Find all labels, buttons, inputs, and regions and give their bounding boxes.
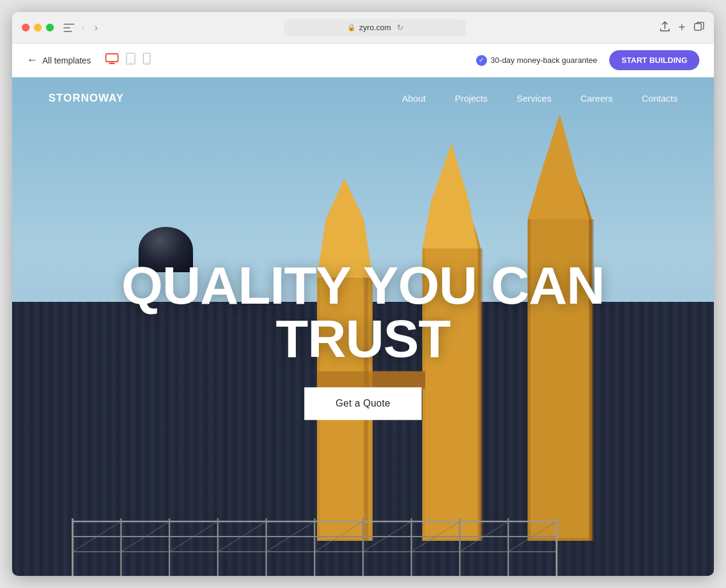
site-navigation: STORNOWAY About Projects Services Career… — [12, 77, 714, 119]
check-circle-icon: ✓ — [476, 55, 487, 66]
lock-icon: 🔒 — [347, 24, 356, 31]
nav-services[interactable]: Services — [517, 93, 552, 103]
builder-toolbar: ← All templates — [12, 44, 714, 77]
browser-window: ‹ › 🔒 zyro.com ↻ + — [12, 12, 714, 576]
hero-section: STORNOWAY About Projects Services Career… — [12, 77, 714, 576]
desktop-view-button[interactable] — [105, 53, 119, 67]
traffic-lights — [22, 24, 54, 31]
browser-controls: ‹ › — [64, 21, 100, 34]
back-navigation-button[interactable]: ‹ — [79, 21, 87, 34]
traffic-light-green[interactable] — [46, 24, 54, 31]
site-menu: About Projects Services Careers Contacts — [402, 93, 678, 103]
svg-marker-19 — [528, 114, 589, 220]
toolbar-right: ✓ 30-day money-back guarantee START BUIL… — [476, 50, 699, 70]
start-building-button[interactable]: START BUILDING — [609, 50, 699, 70]
duplicate-tab-icon[interactable] — [694, 22, 704, 33]
railing-structure — [12, 497, 714, 576]
share-icon[interactable] — [660, 21, 670, 34]
guarantee-badge: ✓ 30-day money-back guarantee — [476, 55, 597, 66]
sidebar-toggle-icon[interactable] — [64, 24, 74, 32]
forward-navigation-button[interactable]: › — [92, 21, 100, 34]
guarantee-label: 30-day money-back guarantee — [491, 56, 597, 65]
nav-projects[interactable]: Projects — [455, 93, 488, 103]
hero-cta-area: Get a Quote — [304, 387, 422, 420]
svg-point-5 — [146, 62, 148, 64]
reload-icon[interactable]: ↻ — [397, 23, 404, 32]
svg-point-3 — [130, 62, 131, 64]
browser-titlebar: ‹ › 🔒 zyro.com ↻ + — [12, 12, 714, 44]
svg-rect-1 — [106, 54, 118, 62]
website-preview: STORNOWAY About Projects Services Career… — [12, 77, 714, 576]
hero-headline: QUALITY YOU CAN TRUST — [47, 259, 679, 365]
site-logo[interactable]: STORNOWAY — [48, 92, 124, 105]
back-arrow-icon: ← — [27, 54, 38, 67]
back-to-templates-button[interactable]: ← All templates — [27, 54, 91, 67]
device-controls — [105, 53, 151, 68]
new-tab-icon[interactable]: + — [678, 21, 685, 34]
nav-careers[interactable]: Careers — [580, 93, 612, 103]
mobile-view-button[interactable] — [143, 53, 151, 68]
nav-about[interactable]: About — [402, 93, 426, 103]
browser-actions: + — [660, 21, 704, 34]
address-bar[interactable]: 🔒 zyro.com ↻ — [284, 19, 466, 36]
back-label: All templates — [42, 56, 91, 65]
nav-contacts[interactable]: Contacts — [642, 93, 678, 103]
hero-text-block: QUALITY YOU CAN TRUST Get a Quote — [47, 259, 679, 420]
get-quote-button[interactable]: Get a Quote — [304, 387, 422, 420]
svg-rect-0 — [695, 24, 701, 30]
traffic-light-red[interactable] — [22, 24, 30, 31]
traffic-light-yellow[interactable] — [34, 24, 42, 31]
url-text: zyro.com — [359, 23, 391, 32]
address-bar-area: 🔒 zyro.com ↻ — [100, 19, 651, 36]
tablet-view-button[interactable] — [126, 53, 136, 68]
svg-marker-18 — [422, 143, 478, 249]
